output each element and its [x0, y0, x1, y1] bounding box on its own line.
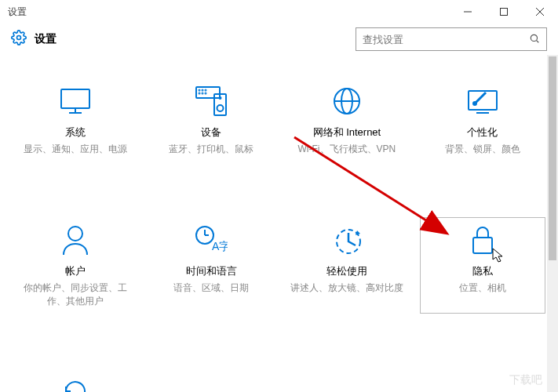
content-area: 系统 显示、通知、应用、电源 设备 蓝牙、打印机、鼠标 网络和 Internet…: [0, 55, 558, 392]
tile-desc: 语音、区域、日期: [170, 281, 252, 295]
tile-system[interactable]: 系统 显示、通知、应用、电源: [13, 78, 138, 162]
tile-accounts[interactable]: 帐户 你的帐户、同步设置、工作、其他用户: [13, 217, 138, 314]
tile-devices[interactable]: 设备 蓝牙、打印机、鼠标: [148, 78, 274, 162]
search-input[interactable]: [363, 34, 529, 45]
tile-desc: Wi-Fi、飞行模式、VPN: [295, 143, 399, 156]
devices-icon: [195, 85, 227, 118]
svg-point-25: [473, 102, 476, 105]
tile-desc: 位置、相机: [456, 281, 509, 295]
time-language-icon: A字: [195, 223, 228, 256]
tile-desc: 你的帐户、同步设置、工作、其他用户: [16, 281, 135, 308]
svg-point-11: [199, 90, 200, 91]
globe-icon: [333, 85, 361, 118]
ease-of-access-icon: [332, 223, 362, 256]
tile-desc: 显示、通知、应用、电源: [20, 143, 130, 156]
svg-point-18: [217, 105, 224, 111]
close-button[interactable]: [522, 0, 558, 24]
svg-point-16: [206, 93, 206, 94]
tile-desc: 背景、锁屏、颜色: [442, 143, 523, 156]
page-title: 设置: [35, 32, 57, 46]
svg-rect-1: [501, 9, 508, 16]
settings-grid: 系统 显示、通知、应用、电源 设备 蓝牙、打印机、鼠标 网络和 Internet…: [8, 78, 550, 392]
tile-desc: 蓝牙、打印机、鼠标: [166, 143, 257, 156]
svg-text:A字: A字: [212, 240, 228, 252]
tile-title: 个性化: [467, 125, 498, 140]
person-icon: [62, 223, 89, 256]
window-title: 设置: [8, 5, 27, 19]
tile-title: 帐户: [65, 264, 86, 278]
system-icon: [60, 85, 91, 118]
tile-title: 系统: [65, 125, 86, 140]
titlebar: 设置: [0, 0, 558, 24]
svg-point-4: [17, 36, 21, 40]
close-icon: [536, 8, 544, 16]
minimize-button[interactable]: [450, 0, 486, 24]
maximize-button[interactable]: [486, 0, 522, 24]
lock-icon: [471, 223, 494, 256]
tile-ease-of-access[interactable]: 轻松使用 讲述人、放大镜、高对比度: [284, 217, 410, 314]
svg-line-6: [537, 40, 539, 42]
tile-desc: 讲述人、放大镜、高对比度: [287, 281, 407, 295]
svg-point-26: [68, 227, 82, 241]
header: 设置: [0, 24, 558, 55]
svg-rect-7: [61, 89, 89, 108]
svg-point-19: [220, 97, 221, 99]
minimize-icon: [464, 8, 472, 16]
tile-network[interactable]: 网络和 Internet Wi-Fi、飞行模式、VPN: [284, 78, 410, 162]
svg-point-15: [202, 93, 203, 94]
tile-personalization[interactable]: 个性化 背景、锁屏、颜色: [420, 78, 545, 162]
update-icon: [61, 375, 89, 392]
svg-rect-33: [473, 238, 492, 253]
tile-update-security[interactable]: 更新和安全: [13, 368, 138, 392]
svg-point-14: [199, 93, 200, 94]
search-box[interactable]: [356, 27, 547, 51]
tile-title: 网络和 Internet: [313, 125, 381, 140]
svg-point-12: [202, 90, 203, 91]
tile-privacy[interactable]: 隐私 位置、相机: [420, 217, 545, 314]
tile-title: 时间和语言: [186, 264, 237, 278]
svg-rect-23: [469, 91, 497, 110]
maximize-icon: [500, 8, 508, 16]
svg-point-13: [206, 90, 206, 91]
tile-title: 轻松使用: [326, 264, 367, 278]
search-icon: [529, 33, 540, 46]
svg-point-5: [531, 34, 537, 41]
gear-icon: [11, 30, 27, 49]
tile-title: 隐私: [472, 264, 493, 278]
tile-time-language[interactable]: A字 时间和语言 语音、区域、日期: [148, 217, 274, 314]
tile-title: 设备: [201, 125, 221, 140]
titlebar-controls: [450, 0, 558, 24]
personalization-icon: [467, 85, 498, 118]
